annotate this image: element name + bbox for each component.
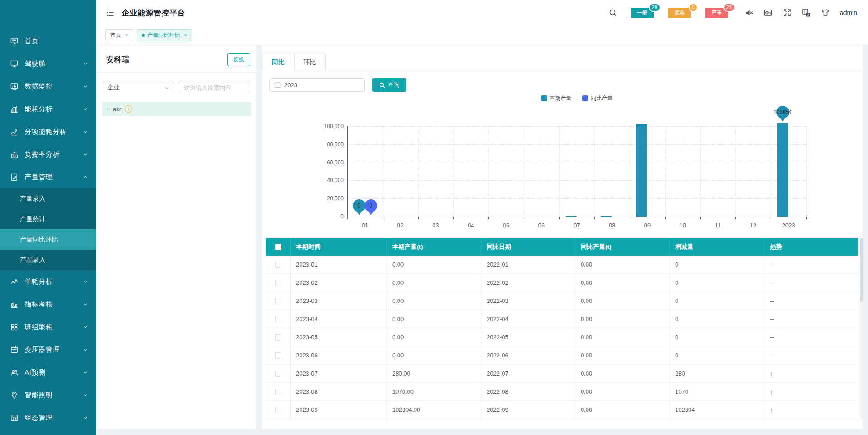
axis-tick [383, 217, 383, 219]
close-icon[interactable]: × [184, 32, 187, 39]
ai-forecast-icon [10, 368, 19, 377]
switch-button[interactable]: 切换 [227, 53, 250, 66]
sidebar-submenu: 产量录入产量统计产量同比环比产品录入 [0, 188, 96, 270]
sidebar-item-cockpit[interactable]: 驾驶舱 [0, 52, 96, 75]
nav-tab-label: 产量同比环比 [148, 31, 180, 39]
row-checkbox[interactable] [275, 280, 281, 286]
active-dot [142, 34, 145, 37]
sidebar-item-label: 分项能耗分析 [25, 128, 83, 136]
sidebar-item-energy-analysis[interactable]: 能耗分析 [0, 98, 96, 120]
sidebar-item-home[interactable]: 首页 [0, 30, 96, 52]
sidebar-subitem[interactable]: 产品录入 [0, 250, 96, 270]
alarm-badge[interactable]: 一般29 [631, 8, 654, 18]
y-axis-line [347, 126, 348, 217]
sidebar-item-lighting[interactable]: 智能照明 [0, 384, 96, 406]
table-cell: 0.00 [387, 310, 481, 328]
legend-item[interactable]: 本期产量 [541, 94, 572, 102]
sidebar-item-data-monitor[interactable]: 数据监控 [0, 75, 96, 98]
alarm-badge[interactable]: 紧急0 [668, 8, 691, 18]
row-checkbox[interactable] [275, 371, 281, 377]
sidebar-item-transformer[interactable]: 变压器管理 [0, 338, 96, 361]
team-energy-icon [10, 323, 19, 331]
row-checkbox[interactable] [275, 298, 281, 304]
sidebar-subitem[interactable]: 产量录入 [0, 188, 96, 209]
svg-text:A: A [807, 13, 809, 16]
table-cell: 0.00 [575, 346, 670, 365]
sidebar-item-label: 复费率分析 [25, 150, 83, 159]
axis-tick [700, 217, 701, 219]
username[interactable]: admin [840, 9, 857, 16]
sidebar-item-rate-analysis[interactable]: 复费率分析 [0, 143, 96, 166]
sidebar-item-unit-analysis[interactable]: 单耗分析 [0, 270, 96, 293]
table-scrollbar[interactable] [860, 238, 863, 419]
production-icon [10, 173, 19, 182]
axis-tick [735, 217, 736, 219]
legend-label: 同比产量 [591, 94, 613, 102]
marker-pin-同比产量: 0 [365, 199, 377, 217]
table-cell: 0.00 [387, 256, 481, 274]
table-scrollbar-thumb[interactable] [860, 238, 863, 302]
select-all-checkbox[interactable] [275, 244, 281, 250]
query-button[interactable]: 查询 [372, 78, 406, 92]
x-tick-label: 04 [455, 222, 487, 229]
tree-type-select[interactable]: 企业 [103, 81, 174, 94]
table-cell: 2022-02 [481, 274, 575, 292]
sidebar-item-production[interactable]: 产量管理 [0, 166, 96, 188]
trend-cell: ↑ [764, 383, 858, 401]
year-picker[interactable]: 2023 [269, 78, 365, 92]
y-tick-label: 20,000 [262, 195, 344, 202]
mute-speaker-icon[interactable] [745, 8, 754, 17]
sidebar-collapse-icon[interactable] [105, 8, 115, 18]
app-title: 企业能源管控平台 [122, 8, 185, 18]
row-checkbox[interactable] [275, 352, 281, 359]
compare-tab-tongbi[interactable]: 同比 [262, 53, 295, 71]
table-cell: 2022-01 [481, 256, 575, 274]
theme-shirt-icon[interactable] [821, 8, 830, 17]
sidebar-item-scada[interactable]: 组态管理 [0, 406, 96, 429]
alarm-count-badge: 23 [723, 3, 735, 12]
sidebar-item-label: 首页 [25, 37, 88, 45]
close-icon[interactable]: × [125, 32, 128, 39]
gridline [630, 126, 630, 217]
row-checkbox[interactable] [275, 262, 281, 268]
alarm-badge[interactable]: 严重23 [705, 8, 728, 18]
search-icon[interactable] [608, 8, 617, 17]
sidebar-item-label: 产量管理 [25, 173, 83, 182]
bar-本期产量-2023 [777, 123, 788, 217]
row-checkbox[interactable] [275, 316, 281, 322]
gridline [418, 126, 419, 217]
row-checkbox[interactable] [275, 407, 281, 413]
sidebar-item-label: 班组能耗 [25, 323, 83, 331]
compare-tab-huanbi[interactable]: 环比 [293, 53, 326, 71]
marker-value: 103654 [774, 109, 792, 115]
gridline [347, 180, 806, 181]
sidebar-subitem[interactable]: 产量统计 [0, 209, 96, 229]
fullscreen-icon[interactable] [783, 8, 792, 17]
row-checkbox[interactable] [275, 389, 281, 395]
column-header: 同比产量(t) [575, 238, 670, 256]
language-switch-icon[interactable]: 中A [802, 8, 811, 17]
nav-tab-chip[interactable]: 首页× [105, 29, 133, 41]
sidebar-item-kpi[interactable]: 指标考核 [0, 293, 96, 316]
caret-right-icon[interactable] [107, 107, 109, 111]
tree-search-input[interactable] [179, 81, 250, 94]
sidebar-item-label: 数据监控 [25, 82, 83, 91]
calendar-icon [274, 82, 281, 88]
nav-tab-active[interactable]: 产量同比环比× [137, 29, 192, 41]
axis-tick [630, 217, 630, 219]
sidebar-subitem-active[interactable]: 产量同比环比 [0, 229, 96, 250]
legend-label: 本期产量 [550, 94, 572, 102]
legend-item[interactable]: 同比产量 [582, 94, 613, 102]
sidebar-item-sub-energy[interactable]: 分项能耗分析 [0, 120, 96, 143]
energy-analysis-icon [10, 105, 19, 114]
sidebar-item-ai-forecast[interactable]: AI预测 [0, 361, 96, 384]
record-monitor-icon[interactable] [764, 8, 773, 17]
trend-cell: -- [764, 256, 858, 274]
sidebar-item-team-energy[interactable]: 班组能耗 [0, 316, 96, 338]
chevron-down-icon [83, 152, 88, 157]
energy-bolt-icon [125, 105, 132, 113]
tree-node[interactable]: akr [102, 102, 251, 116]
table-row: 2023-040.002022-040.000-- [266, 310, 858, 328]
legend-swatch [541, 95, 547, 101]
row-checkbox[interactable] [275, 334, 281, 341]
